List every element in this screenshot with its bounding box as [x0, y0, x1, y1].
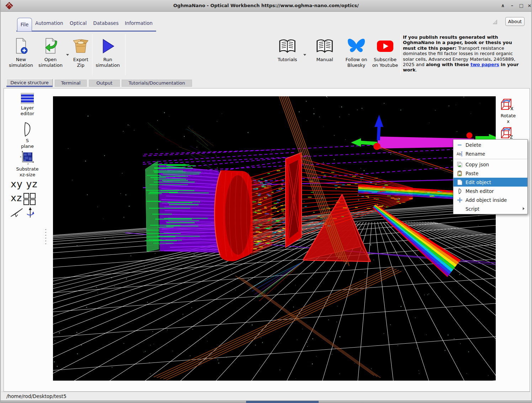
menu-item-edit-object[interactable]: Edit object [453, 178, 527, 187]
open-simulation-button[interactable]: Open simulation [37, 37, 64, 68]
four-view-button[interactable] [23, 193, 36, 207]
new-simulation-button[interactable]: New simulation [7, 37, 35, 68]
rotate-view-button[interactable] [26, 207, 35, 220]
menu-item-delete[interactable]: Delete [453, 140, 527, 149]
s-plane-button[interactable] [22, 122, 33, 138]
resize-grip-icon [492, 19, 498, 25]
context-menu: Delete Ab Rename Copy json Paste Edit ob… [453, 139, 528, 214]
menu-tab-optical[interactable]: Optical [70, 20, 87, 26]
menu-tab-information[interactable]: Information [125, 20, 153, 26]
new-document-icon [14, 37, 28, 55]
substrate-xz-size-button[interactable]: x z [20, 150, 34, 166]
manual-button[interactable]: Manual [311, 37, 338, 63]
document-icon [457, 179, 463, 185]
butterfly-icon [347, 37, 366, 55]
layer-editor-label: Layer editor [11, 105, 43, 117]
3d-scene [53, 96, 496, 381]
menu-tab-file[interactable]: File [17, 18, 32, 31]
toolbar-separator [400, 34, 401, 75]
about-button[interactable]: About [505, 17, 525, 26]
export-zip-button[interactable]: Export Zip [68, 37, 93, 68]
tab-output[interactable]: Output [89, 80, 120, 87]
book-icon [278, 37, 296, 55]
youtube-button[interactable]: Subscribe on Youtube [371, 37, 400, 68]
book-icon [316, 37, 334, 55]
menu-tab-databases[interactable]: Databases [93, 20, 118, 26]
tab-device-structure[interactable]: Device structure [6, 79, 53, 86]
menu-item-paste[interactable]: Paste [453, 169, 527, 178]
fly-camera-button[interactable] [11, 208, 23, 219]
citation-period: . [415, 67, 417, 72]
shade-button[interactable]: ∧ [499, 2, 506, 9]
tutorials-button[interactable]: Tutorials [274, 37, 301, 63]
detector-plane[interactable] [145, 161, 159, 252]
menu-item-copy-json[interactable]: Copy json [453, 160, 527, 169]
new-simulation-label: New simulation [9, 57, 33, 68]
view-xz-button[interactable]: xz [11, 192, 22, 203]
run-simulation-button[interactable]: Run simulation [94, 37, 121, 68]
rename-icon: Ab [457, 151, 463, 157]
lens-icon [457, 188, 463, 194]
copy-icon [457, 162, 463, 167]
svg-text:x: x [20, 155, 21, 158]
tab-tutorials-documentation[interactable]: Tutorials/Documentation [122, 80, 192, 87]
lens-object[interactable] [214, 170, 253, 261]
menu-separator [454, 159, 527, 159]
menu-item-mesh-editor[interactable]: Mesh editor [453, 187, 527, 195]
view-xy-yz-button[interactable]: xy yz [11, 178, 38, 189]
two-papers-link[interactable]: two papers [470, 62, 499, 67]
submenu-arrow-icon [523, 207, 525, 210]
titlebar[interactable]: OghmaNano - Optical Workbench https://ww… [1, 0, 531, 12]
citation-text: If you publish results generated with Og… [403, 34, 525, 73]
bluesky-button[interactable]: Follow on Bluesky [342, 37, 371, 68]
purple-beam [159, 165, 219, 253]
layers-icon [20, 93, 34, 104]
grid-2x2-icon [23, 193, 36, 205]
tutorials-dropdown-caret-icon[interactable] [303, 54, 306, 56]
paper-plane-icon [11, 208, 23, 217]
youtube-label: Subscribe on Youtube [372, 57, 398, 68]
bluesky-label: Follow on Bluesky [345, 57, 367, 68]
minus-icon [457, 142, 463, 148]
minimize-button[interactable]: – [509, 2, 516, 9]
layer-editor-button[interactable] [20, 93, 34, 106]
blank-icon [457, 206, 463, 212]
rotate-x-label: Rotate x [497, 113, 519, 124]
play-icon [100, 37, 115, 55]
statusbar: /home/rod/Desktop/test5 [1, 392, 531, 401]
rotate-axis-icon [26, 207, 35, 218]
export-zip-label: Export Zip [73, 57, 89, 68]
open-simulation-label: Open simulation [38, 57, 63, 68]
svg-text:Ab: Ab [457, 152, 461, 156]
menu-tab-automation[interactable]: Automation [35, 20, 63, 26]
menu-item-add-object-inside[interactable]: Add object inside [453, 195, 527, 204]
menu-item-script[interactable]: Script [453, 204, 527, 213]
open-document-icon [43, 37, 58, 55]
svg-text:z: z [27, 162, 29, 165]
taskbar-peek [246, 401, 319, 403]
package-box-icon [73, 37, 89, 55]
close-button[interactable]: × [526, 2, 532, 9]
run-simulation-label: Run simulation [96, 57, 120, 68]
tab-terminal[interactable]: Terminal [55, 80, 87, 87]
toolbar-separator [92, 34, 92, 75]
tutorials-label: Tutorials [278, 57, 297, 63]
rotate-x-subscript: x [510, 105, 514, 112]
lens-profile-icon [22, 122, 33, 137]
detector-frame[interactable] [286, 152, 302, 247]
statusbar-path: /home/rod/Desktop/test5 [6, 393, 66, 399]
panel-splitter[interactable] [45, 229, 46, 245]
substrate-xz-size-label: Substrate xz-size [8, 166, 47, 178]
youtube-icon [376, 37, 394, 55]
menu-underline [16, 31, 156, 32]
citation-bold-mid: along with these [426, 62, 470, 67]
manual-label: Manual [316, 57, 333, 63]
substrate-icon: x z [20, 150, 34, 165]
toolbar-separator [125, 34, 126, 75]
application-window: OghmaNano - Optical Workbench https://ww… [0, 0, 532, 403]
3d-viewport[interactable] [53, 96, 496, 381]
window-title: OghmaNano - Optical Workbench https://ww… [1, 3, 531, 8]
tab-active-underline [6, 86, 53, 87]
maximize-button[interactable]: □ [518, 2, 525, 9]
menu-item-rename[interactable]: Ab Rename [453, 149, 527, 158]
